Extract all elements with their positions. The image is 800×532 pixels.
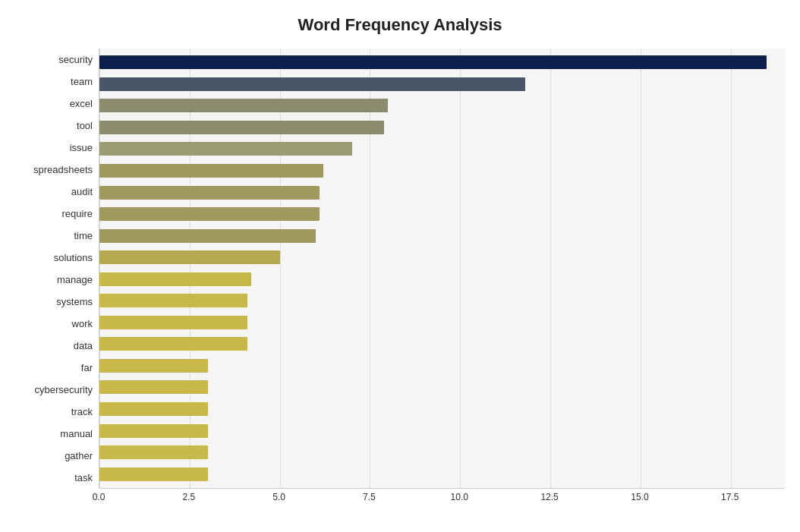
y-label: far: [15, 358, 93, 378]
bar: [99, 402, 208, 416]
y-label: security: [15, 50, 93, 70]
y-label: data: [15, 336, 93, 356]
y-label: solutions: [15, 248, 93, 268]
bar-row: [99, 335, 785, 352]
x-tick-label: 7.5: [363, 492, 376, 502]
bar: [99, 294, 247, 307]
x-tick-label: 17.5: [721, 492, 739, 502]
x-axis-ticks: 0.02.55.07.510.012.515.017.5: [99, 492, 785, 515]
bar-row: [99, 466, 785, 483]
x-tick-label: 10.0: [451, 492, 468, 502]
bar-row: [99, 401, 785, 417]
bar: [99, 424, 208, 438]
y-label: work: [15, 314, 93, 334]
y-label: task: [15, 468, 93, 488]
y-label: systems: [15, 292, 93, 312]
bar: [99, 121, 384, 134]
bar: [99, 207, 320, 221]
y-axis-labels: securityteamexceltoolissuespreadsheetsau…: [15, 49, 99, 489]
bar-row: [99, 357, 785, 374]
bar: [99, 359, 208, 373]
bar: [99, 337, 247, 351]
bar-row: [99, 76, 785, 93]
y-label: spreadsheets: [15, 160, 93, 180]
bar-row: [99, 314, 785, 331]
bars-container: [99, 49, 785, 488]
bar: [99, 186, 320, 200]
bar: [99, 229, 316, 243]
y-label: track: [15, 402, 93, 422]
bar-row: [99, 228, 785, 244]
x-tick-label: 5.0: [272, 492, 285, 502]
y-label: audit: [15, 182, 93, 202]
x-tick-label: 12.5: [540, 492, 558, 502]
y-label: tool: [15, 116, 93, 136]
y-label: team: [15, 72, 93, 92]
chart-container: Word Frequency Analysis securityteamexce…: [0, 0, 800, 532]
bar-row: [99, 379, 785, 395]
bar-row: [99, 206, 785, 222]
x-tick-label: 0.0: [93, 492, 106, 502]
bar-row: [99, 444, 785, 461]
bar-row: [99, 184, 785, 201]
bar: [99, 445, 208, 459]
y-label: time: [15, 226, 93, 246]
bar: [99, 77, 525, 91]
chart-area: securityteamexceltoolissuespreadsheetsau…: [15, 49, 785, 489]
bar: [99, 316, 247, 329]
bar: [99, 142, 352, 156]
bar: [99, 380, 208, 394]
chart-title: Word Frequency Analysis: [15, 15, 785, 35]
bar-row: [99, 54, 785, 71]
bar-row: [99, 292, 785, 309]
bar: [99, 467, 208, 481]
plot-area: [99, 49, 785, 489]
x-tick-label: 2.5: [182, 492, 195, 502]
bar-row: [99, 97, 785, 114]
y-label: gather: [15, 446, 93, 466]
bar-row: [99, 162, 785, 179]
bar-row: [99, 140, 785, 157]
bar: [99, 55, 767, 69]
y-label: excel: [15, 94, 93, 114]
x-tick-label: 15.0: [631, 492, 648, 502]
bar-row: [99, 119, 785, 136]
bar-row: [99, 423, 785, 439]
bar-row: [99, 249, 785, 266]
y-label: cybersecurity: [15, 380, 93, 400]
y-label: issue: [15, 138, 93, 158]
bar: [99, 250, 280, 264]
y-label: manage: [15, 270, 93, 290]
bar-row: [99, 271, 785, 288]
bar: [99, 99, 388, 112]
y-label: require: [15, 204, 93, 224]
bar: [99, 272, 251, 286]
bar: [99, 164, 323, 178]
y-label: manual: [15, 424, 93, 444]
